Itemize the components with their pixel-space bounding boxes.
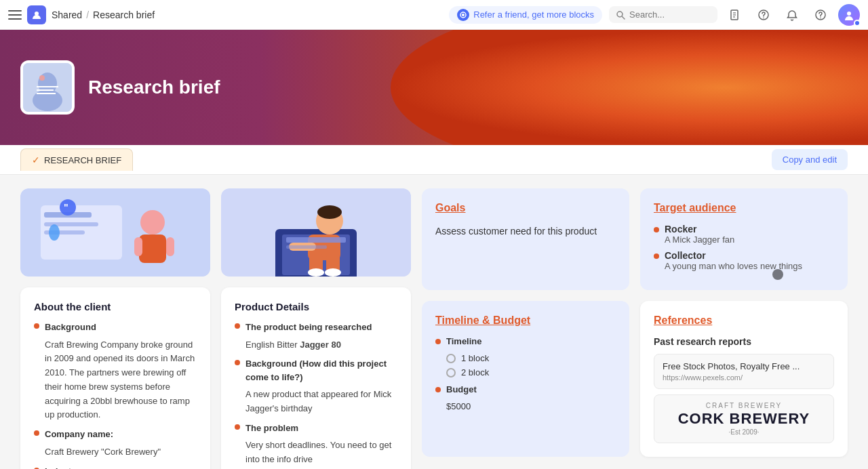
top-navigation: Shared / Research brief Refer a friend, … <box>0 0 868 30</box>
background-dot <box>34 323 39 329</box>
radio-1-block-label: 1 block <box>461 353 489 363</box>
audience-dot-rocker <box>654 227 659 232</box>
svg-point-12 <box>820 17 821 18</box>
svg-point-41 <box>325 268 341 277</box>
svg-rect-43 <box>286 237 346 243</box>
svg-point-16 <box>33 89 62 111</box>
timeline-label: Timeline <box>446 336 482 346</box>
col-left: " About the client Background Craft Brew… <box>20 188 210 469</box>
svg-point-13 <box>847 12 851 16</box>
product-researched-section: The product being researched <box>235 321 397 334</box>
about-illustration: " <box>20 188 210 277</box>
menu-icon[interactable] <box>8 8 22 22</box>
radio-2-block-circle[interactable] <box>446 368 456 378</box>
right-grid: Goals Assess customer need for this prod… <box>422 188 848 457</box>
about-client-title: About the client <box>34 301 197 312</box>
col-middle: Product Details The product being resear… <box>221 188 411 469</box>
audience-rocker-sub: A Mick Jagger fan <box>665 234 734 245</box>
svg-point-26 <box>140 210 165 234</box>
product-background-text: A new product that appeared for Mick Jag… <box>245 388 397 416</box>
question-icon-btn[interactable] <box>810 4 831 26</box>
svg-point-32 <box>49 224 60 241</box>
svg-rect-27 <box>139 234 166 263</box>
breadcrumb-shared[interactable]: Shared <box>52 9 82 20</box>
about-client-card: About the client Background Craft Brewin… <box>20 287 210 469</box>
reference-pexels-url: https://www.pexels.com/ <box>663 373 825 382</box>
svg-rect-28 <box>134 237 142 256</box>
search-input[interactable] <box>629 9 697 20</box>
radio-2-block[interactable]: 2 block <box>446 367 616 378</box>
workspace-icon[interactable] <box>27 5 46 24</box>
product-background-label: Background (How did this project come to… <box>245 357 397 384</box>
svg-point-3 <box>617 12 623 17</box>
budget-dot <box>435 387 441 392</box>
breadcrumb: Shared / Research brief <box>52 9 155 20</box>
budget-label: Budget <box>446 384 477 394</box>
cork-brewery-name: CORK BREWERY <box>663 411 825 427</box>
background-text: Craft Brewing Company broke ground in 20… <box>45 338 197 423</box>
audience-item-collector: Collector A young man who loves new thin… <box>654 250 834 271</box>
breadcrumb-current: Research brief <box>93 9 155 20</box>
page-header: Research brief <box>0 30 868 145</box>
header-avatar-image <box>23 63 72 112</box>
radio-1-block[interactable]: 1 block <box>446 353 616 363</box>
timeline-budget-card: Timeline & Budget Timeline 1 block 2 blo… <box>422 301 629 457</box>
references-card: References Past research reports Free St… <box>640 301 848 457</box>
search-bar[interactable] <box>609 6 717 23</box>
cork-brewery-est: ·Est 2009· <box>663 428 825 436</box>
breadcrumb-separator: / <box>86 9 89 20</box>
nav-left: Shared / Research brief <box>8 5 443 24</box>
product-background-dot <box>235 360 240 365</box>
product-researched-text: English Bitter Jagger 80 <box>245 338 397 352</box>
reference-item-pexels[interactable]: Free Stock Photos, Royalty Free ... http… <box>654 354 834 389</box>
radio-1-block-circle[interactable] <box>446 354 456 363</box>
avatar[interactable] <box>838 4 860 26</box>
header-swirl <box>391 30 868 145</box>
timeline-item: Timeline <box>435 336 616 346</box>
tab-check-icon: ✓ <box>32 155 40 165</box>
svg-point-40 <box>308 268 324 277</box>
product-problem-text: Very short deadlines. You need to get in… <box>245 439 397 467</box>
copy-edit-button[interactable]: Copy and edit <box>772 149 848 170</box>
product-problem-section: The problem <box>235 422 397 435</box>
tab-bar: ✓ RESEARCH BRIEF Copy and edit <box>0 145 868 175</box>
target-audience-card: Target audience Rocker A Mick Jagger fan… <box>640 188 848 290</box>
nav-right: Refer a friend, get more blocks <box>449 4 860 26</box>
svg-point-2 <box>462 14 465 16</box>
svg-point-17 <box>39 75 45 81</box>
cork-brewery-sub: CRAFT BREWERY <box>663 402 825 409</box>
svg-line-4 <box>623 16 625 19</box>
background-section: Background <box>34 321 197 334</box>
bell-icon-btn[interactable] <box>781 4 803 26</box>
product-problem-label: The problem <box>245 422 298 435</box>
goals-card: Goals Assess customer need for this prod… <box>422 188 629 290</box>
refer-banner[interactable]: Refer a friend, get more blocks <box>449 6 602 24</box>
doc-icon-btn[interactable] <box>724 4 746 26</box>
svg-point-10 <box>763 17 764 18</box>
company-dot <box>34 430 39 436</box>
timeline-options: 1 block 2 block <box>446 353 616 378</box>
tab-research-brief[interactable]: ✓ RESEARCH BRIEF <box>20 148 133 171</box>
refer-icon <box>457 9 469 21</box>
avatar-dot <box>854 20 861 26</box>
budget-amount: $5000 <box>446 401 616 411</box>
product-background-section: Background (How did this project come to… <box>235 357 397 384</box>
target-audience-title: Target audience <box>654 202 834 214</box>
svg-rect-29 <box>166 237 174 256</box>
product-researched-dot <box>235 323 240 329</box>
help-icon-btn[interactable] <box>753 4 774 26</box>
company-text: Craft Brewery "Cork Brewery" <box>45 445 197 460</box>
industry-section: Industry <box>34 465 197 469</box>
cork-brewery-card[interactable]: CRAFT BREWERY CORK BREWERY ·Est 2009· <box>654 394 834 443</box>
header-avatar <box>20 60 75 115</box>
audience-collector-main: Collector <box>665 250 802 261</box>
past-reports-title: Past research reports <box>654 336 834 347</box>
company-label: Company name: <box>45 428 113 441</box>
audience-item-rocker: Rocker A Mick Jagger fan <box>654 224 834 245</box>
tabs: ✓ RESEARCH BRIEF <box>20 148 133 171</box>
svg-text:": " <box>64 202 68 213</box>
page-title: Research brief <box>88 77 220 98</box>
product-illustration <box>221 188 411 277</box>
tab-label: RESEARCH BRIEF <box>44 155 121 165</box>
reference-pexels-title: Free Stock Photos, Royalty Free ... <box>663 361 825 371</box>
